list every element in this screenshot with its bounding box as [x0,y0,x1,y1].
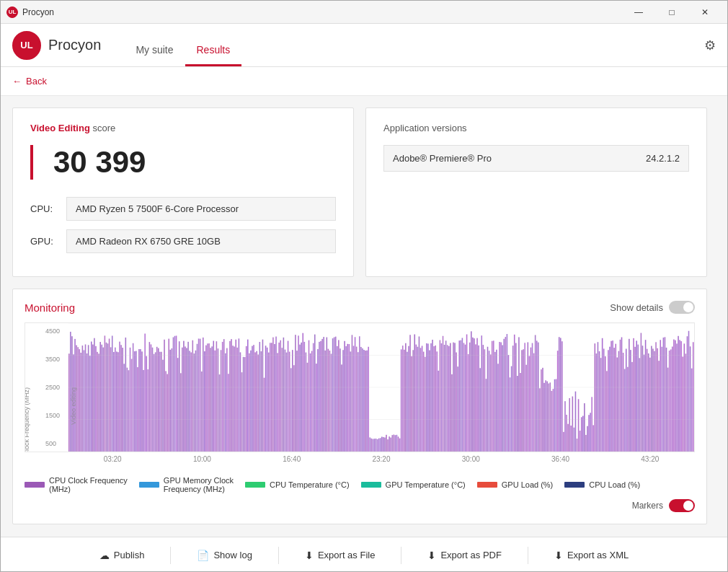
legend-color-gpu-load [477,482,497,488]
legend-color-cpu-clock [25,482,45,488]
title-bar-text: Procyon [22,7,622,17]
content-area: ← Back Video Editing score 30 399 CPU: A… [1,67,727,537]
tab-results[interactable]: Results [185,24,242,66]
show-log-label: Show log [213,550,252,560]
app-versions-card: Application versions Adobe® Premiere® Pr… [365,107,707,277]
nav-tabs: My suite Results [124,24,241,66]
x-axis: 03:20 10:00 16:40 23:20 30:00 36:40 43:2… [68,455,695,463]
video-editing-label: Video editing [70,387,77,425]
cpu-label: CPU: [30,203,66,214]
show-log-icon: 📄 [197,550,209,561]
app-icon: UL [6,6,18,18]
cards-row: Video Editing score 30 399 CPU: AMD Ryze… [12,107,707,277]
legend-gpu-load: GPU Load (%) [477,476,554,493]
tab-my-suite[interactable]: My suite [124,24,185,66]
back-arrow-icon: ← [12,76,22,87]
legend-gpu-temp: GPU Temperature (°C) [361,476,466,493]
gpu-row: GPU: AMD Radeon RX 6750 GRE 10GB [30,229,336,253]
title-bar: UL Procyon ― □ ✕ [1,1,727,24]
export-xml-button[interactable]: ⬇ Export as XML [546,545,637,566]
legend-cpu-load: CPU Load (%) [564,476,640,493]
legend-label-cpu-load: CPU Load (%) [589,480,640,489]
x-tick-2: 10:00 [193,455,211,463]
publish-button[interactable]: ☁ Publish [91,545,154,566]
export-xml-label: Export as XML [567,550,629,560]
legend-color-cpu-temp [245,482,265,488]
y-axis-label: CPU Clock Frequency (MHz) [25,387,30,452]
minimize-button[interactable]: ― [622,1,655,24]
legend-area: CPU Clock Frequency(MHz) GPU Memory Cloc… [25,470,695,493]
show-log-button[interactable]: 📄 Show log [188,545,260,566]
publish-icon: ☁ [99,550,110,561]
bottom-bar: ☁ Publish 📄 Show log ⬇ Export as File ⬇ … [1,537,727,572]
y-tick-4500: 4500 [45,327,60,335]
settings-icon[interactable]: ⚙ [704,38,716,53]
y-tick-500: 500 [45,440,60,447]
score-accent: 30 399 [30,145,336,180]
monitoring-chart [68,323,694,452]
gpu-value: AMD Radeon RX 6750 GRE 10GB [66,229,336,253]
show-details-toggle[interactable] [669,301,695,314]
x-tick-7: 43:20 [641,455,659,463]
legend-color-cpu-load [564,482,585,488]
x-tick-3: 16:40 [283,455,301,463]
back-label: Back [26,76,47,87]
y-tick-2500: 2500 [45,384,60,391]
back-bar: ← Back [1,67,727,96]
legend-label-gpu-load: GPU Load (%) [502,480,554,489]
export-pdf-icon: ⬇ [427,550,436,561]
export-pdf-label: Export as PDF [440,550,502,560]
export-file-icon: ⬇ [305,550,314,561]
monitoring-card: Monitoring Show details CPU Clock Freque… [12,289,707,524]
divider-4 [528,547,528,564]
logo-area: UL Procyon [12,31,101,60]
show-details-area: Show details [610,301,695,314]
main-content: Video Editing score 30 399 CPU: AMD Ryze… [1,96,727,536]
ul-logo: UL [12,31,41,60]
window-controls: ― □ ✕ [622,1,722,24]
divider-2 [278,547,279,564]
legend-cpu-temp: CPU Temperature (°C) [245,476,350,493]
x-tick-6: 36:40 [551,455,569,463]
x-tick-1: 03:20 [104,455,122,463]
app-versions-title: Application versions [383,123,689,133]
y-axis-container: CPU Clock Frequency (MHz) 500 1500 2500 … [25,323,68,452]
legend-label-cpu-temp: CPU Temperature (°C) [270,480,350,489]
export-xml-icon: ⬇ [554,550,563,561]
cpu-row: CPU: AMD Ryzen 5 7500F 6-Core Processor [30,197,336,221]
app-version-row: Adobe® Premiere® Pro 24.2.1.2 [383,145,689,172]
divider-3 [401,547,401,564]
markers-row: Markers [25,499,695,512]
publish-label: Publish [114,550,145,560]
score-card: Video Editing score 30 399 CPU: AMD Ryze… [12,107,354,277]
markers-label: Markers [632,501,663,511]
legend-label-cpu-clock: CPU Clock Frequency(MHz) [49,476,128,493]
markers-toggle[interactable] [669,499,695,512]
export-file-button[interactable]: ⬇ Export as File [296,545,383,566]
legend-color-gpu-mem [139,482,159,488]
monitoring-header: Monitoring Show details [25,301,695,314]
show-details-label: Show details [610,302,663,313]
x-tick-4: 23:20 [372,455,390,463]
app-name: Procyon [48,37,101,53]
legend-label-gpu-mem: GPU Memory ClockFrequency (MHz) [164,476,234,493]
close-button[interactable]: ✕ [688,1,722,24]
monitoring-title: Monitoring [25,302,75,314]
app-version-number: 24.2.1.2 [646,153,680,164]
chart-area: CPU Clock Frequency (MHz) 500 1500 2500 … [25,322,695,452]
score-title-highlight: Video Editing [30,123,90,133]
legend-cpu-clock: CPU Clock Frequency(MHz) [25,476,128,493]
y-tick-1500: 1500 [45,412,60,419]
score-card-title: Video Editing score [30,123,336,133]
legend-label-gpu-temp: GPU Temperature (°C) [386,480,466,489]
legend-gpu-mem: GPU Memory ClockFrequency (MHz) [139,476,234,493]
back-link[interactable]: ← Back [12,76,47,87]
cpu-value: AMD Ryzen 5 7500F 6-Core Processor [66,197,336,221]
header: UL Procyon My suite Results ⚙ [1,24,727,67]
y-ticks: 500 1500 2500 3500 4500 [45,323,60,452]
app-name-label: Adobe® Premiere® Pro [393,153,492,164]
maximize-button[interactable]: □ [655,1,688,24]
export-file-label: Export as File [318,550,375,560]
export-pdf-button[interactable]: ⬇ Export as PDF [419,545,510,566]
score-value: 30 399 [53,145,336,180]
